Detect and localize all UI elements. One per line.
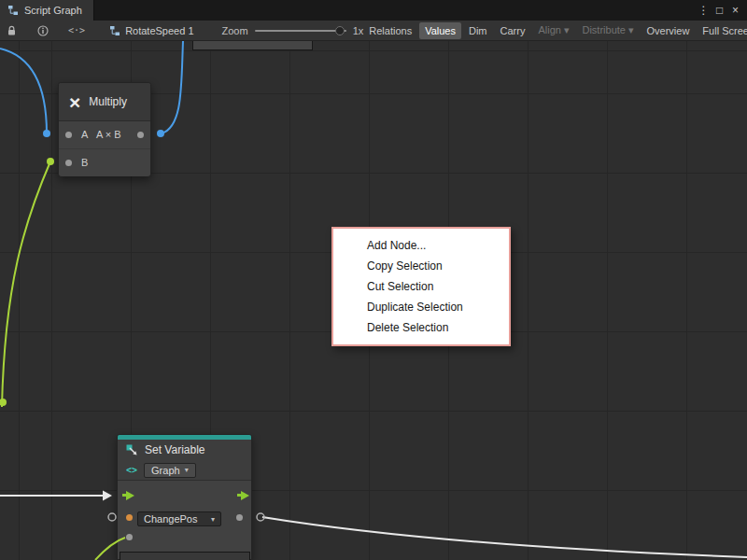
node-multiply-body: A A × B B: [59, 121, 150, 176]
chevron-down-icon: ▾: [185, 465, 189, 476]
port-dot-value-in[interactable]: [126, 534, 133, 540]
distribute-dropdown-button: Distribute ▾: [576, 21, 639, 39]
tab-script-graph[interactable]: Script Graph: [0, 0, 94, 21]
align-dropdown-button: Align ▾: [532, 21, 574, 39]
port-dot-output[interactable]: [137, 132, 144, 138]
menu-item-add-node[interactable]: Add Node...: [333, 235, 509, 256]
flow-input-arrow-icon[interactable]: [126, 491, 134, 500]
node-set-variable[interactable]: Set Variable <> Graph ▾ ChangePos ▾: [117, 434, 252, 560]
script-graph-window: Script Graph ⋮ □ × <·>: [0, 0, 747, 560]
scope-value: Graph: [151, 465, 180, 476]
port-dot-input-b[interactable]: [65, 160, 72, 166]
chevron-down-icon: ▾: [211, 515, 215, 524]
graph-name: RotateSpeed 1: [125, 25, 193, 36]
relations-button[interactable]: Relations: [363, 22, 417, 39]
scope-dropdown[interactable]: Graph ▾: [144, 463, 196, 478]
toolbar: <·> RotateSpeed 1 Zoom 1x Relations Valu…: [0, 21, 747, 41]
partial-node-below[interactable]: [120, 552, 250, 560]
port-label-a: A: [81, 129, 88, 140]
menu-item-cut-selection[interactable]: Cut Selection: [333, 276, 509, 297]
port-dot-variable-name[interactable]: [126, 514, 133, 521]
port-dot-value-out[interactable]: [236, 514, 243, 521]
context-menu: Add Node... Copy Selection Cut Selection…: [331, 227, 511, 346]
node-title: Multiply: [89, 95, 127, 108]
zoom-slider[interactable]: [255, 30, 346, 32]
variable-value: ChangePos: [144, 513, 198, 525]
values-button[interactable]: Values: [419, 22, 461, 39]
menu-item-duplicate-selection[interactable]: Duplicate Selection: [333, 297, 509, 317]
menu-item-delete-selection[interactable]: Delete Selection: [333, 317, 509, 338]
script-graph-icon: [109, 21, 120, 40]
flow-output-arrow-icon[interactable]: [241, 491, 249, 500]
node-set-variable-ports: ChangePos ▾: [118, 480, 251, 559]
toolbar-buttons: Relations Values Dim Carry Align ▾ Distr…: [363, 21, 747, 39]
window-controls: ⋮ □ ×: [696, 0, 747, 21]
window-menu-button[interactable]: ⋮: [696, 0, 712, 21]
port-dot-input-a[interactable]: [65, 132, 72, 138]
node-set-variable-header[interactable]: Set Variable: [118, 440, 251, 460]
lock-icon[interactable]: [7, 21, 17, 40]
graph-breadcrumb[interactable]: RotateSpeed 1: [109, 21, 193, 40]
node-multiply[interactable]: × Multiply A A × B B: [58, 82, 151, 176]
row-divider: [59, 148, 150, 149]
overview-button[interactable]: Overview: [641, 22, 696, 39]
zoom-label: Zoom: [222, 25, 248, 36]
scope-icon: <>: [126, 465, 137, 475]
code-icon[interactable]: <·>: [68, 21, 85, 40]
maximize-button[interactable]: □: [712, 0, 727, 21]
variable-dropdown[interactable]: ChangePos ▾: [137, 511, 221, 526]
zoom-slider-handle[interactable]: [335, 26, 345, 35]
carry-button[interactable]: Carry: [495, 22, 531, 39]
port-label-b: B: [81, 157, 88, 168]
info-icon[interactable]: [37, 21, 49, 40]
set-variable-icon: [125, 443, 138, 456]
dim-button[interactable]: Dim: [463, 22, 493, 39]
zoom-control: Zoom 1x: [222, 25, 364, 36]
close-button[interactable]: ×: [727, 0, 743, 21]
multiply-icon: ×: [69, 92, 80, 112]
tab-title: Script Graph: [24, 5, 82, 16]
zoom-value: 1x: [353, 25, 364, 36]
scope-row: <> Graph ▾: [118, 460, 251, 480]
titlebar: Script Graph ⋮ □ ×: [0, 0, 747, 21]
port-label-output: A × B: [96, 129, 121, 140]
node-title: Set Variable: [145, 443, 204, 456]
graph-icon: [7, 1, 19, 20]
node-multiply-header[interactable]: × Multiply: [59, 83, 150, 121]
fullscreen-button[interactable]: Full Screen: [697, 22, 747, 39]
menu-item-copy-selection[interactable]: Copy Selection: [333, 256, 509, 276]
